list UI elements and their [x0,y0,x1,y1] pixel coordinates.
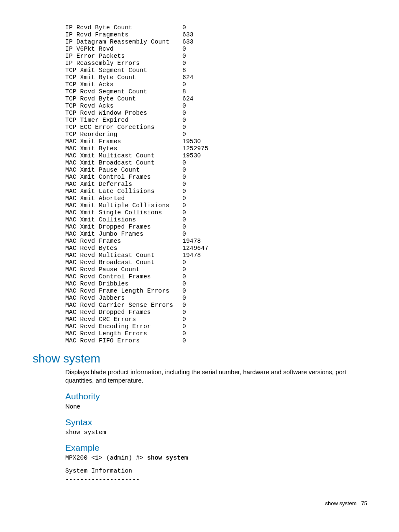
stat-row: MAC Rcvd FIFO Errors0 [65,337,370,344]
stat-value: 0 [182,231,186,238]
stat-label: MAC Xmit Single Collisions [65,209,182,216]
stat-label: MAC Xmit Bytes [65,145,182,152]
stat-row: TCP Xmit Acks0 [65,81,370,88]
stat-label: IP Datagram Reassembly Count [65,39,182,46]
stat-value: 0 [182,273,186,280]
command-description: Displays blade product information, incl… [65,368,370,385]
stat-label: MAC Rcvd Control Frames [65,273,182,280]
stat-value: 0 [182,24,186,31]
stat-row: MAC Xmit Collisions0 [65,216,370,224]
stat-label: IP Rcvd Byte Count [65,24,182,31]
example-output-divider: -------------------- [65,476,370,483]
stat-value: 624 [182,95,194,103]
stat-value: 633 [182,31,194,39]
stat-value: 0 [182,259,186,266]
stat-value: 0 [182,117,186,124]
stat-row: IP Reassembly Errors0 [65,60,370,67]
stat-row: MAC Rcvd Frames19478 [65,238,370,245]
stat-row: TCP Rcvd Window Probes0 [65,110,370,117]
stat-row: IP Datagram Reassembly Count633 [65,39,370,46]
stat-value: 0 [182,159,186,167]
stat-row: IP V6Pkt Rcvd0 [65,46,370,53]
stat-value: 0 [182,323,186,330]
stat-value: 0 [182,131,186,138]
stat-value: 1249647 [182,245,208,252]
stat-label: MAC Xmit Control Frames [65,174,182,181]
stat-label: MAC Xmit Multiple Collisions [65,202,182,209]
stat-value: 0 [182,309,186,316]
stat-row: MAC Xmit Deferrals0 [65,181,370,188]
stat-label: TCP ECC Error Corections [65,124,182,131]
stat-row: MAC Xmit Late Collisions0 [65,188,370,195]
stat-row: MAC Xmit Frames19530 [65,138,370,145]
stat-value: 0 [182,337,186,344]
stat-label: MAC Rcvd Encoding Error [65,323,182,330]
stat-row: MAC Rcvd Dribbles0 [65,280,370,288]
stat-label: MAC Xmit Collisions [65,216,182,224]
stat-label: TCP Rcvd Window Probes [65,110,182,117]
stat-label: IP Reassembly Errors [65,60,182,67]
stat-value: 0 [182,103,186,110]
example-prompt: MPX200 <1> (admin) #> [65,455,147,461]
stat-row: MAC Xmit Bytes1252975 [65,145,370,152]
stat-value: 0 [182,202,186,209]
stat-row: MAC Xmit Jumbo Frames0 [65,231,370,238]
stat-row: TCP Rcvd Segment Count8 [65,88,370,95]
stat-label: MAC Xmit Dropped Frames [65,224,182,231]
stat-row: TCP Rcvd Acks0 [65,103,370,110]
stat-value: 624 [182,74,194,81]
syntax-value: show system [65,429,370,436]
stat-row: MAC Rcvd Encoding Error0 [65,323,370,330]
stat-label: TCP Xmit Byte Count [65,74,182,81]
stat-label: MAC Rcvd Dropped Frames [65,309,182,316]
stat-row: MAC Xmit Single Collisions0 [65,209,370,216]
stat-value: 0 [182,302,186,309]
stat-label: TCP Xmit Segment Count [65,67,182,74]
stat-label: IP Rcvd Fragments [65,31,182,39]
stat-row: MAC Xmit Multiple Collisions0 [65,202,370,209]
stat-label: MAC Rcvd Frame Length Errors [65,288,182,295]
stat-label: MAC Rcvd Pause Count [65,266,182,273]
stat-row: MAC Xmit Dropped Frames0 [65,224,370,231]
stat-label: MAC Rcvd Dribbles [65,280,182,288]
stat-row: MAC Xmit Aborted0 [65,195,370,202]
stat-label: MAC Rcvd Jabbers [65,295,182,302]
stat-label: TCP Rcvd Byte Count [65,95,182,103]
stat-value: 0 [182,330,186,337]
stat-value: 0 [182,280,186,288]
stat-value: 19478 [182,238,201,245]
stat-value: 0 [182,181,186,188]
stat-value: 0 [182,195,186,202]
stat-row: MAC Xmit Control Frames0 [65,174,370,181]
stat-row: TCP Timer Expired0 [65,117,370,124]
stat-row: IP Rcvd Byte Count0 [65,24,370,31]
stat-value: 0 [182,81,186,88]
stat-value: 0 [182,60,186,67]
stat-row: MAC Rcvd Carrier Sense Errors0 [65,302,370,309]
stat-label: MAC Xmit Pause Count [65,167,182,174]
stat-row: IP Rcvd Fragments633 [65,31,370,39]
stat-value: 19478 [182,252,201,259]
stat-value: 633 [182,39,194,46]
stat-value: 0 [182,46,186,53]
stat-row: TCP ECC Error Corections0 [65,124,370,131]
stat-value: 0 [182,295,186,302]
stat-row: MAC Rcvd Broadcast Count0 [65,259,370,266]
stat-row: MAC Rcvd Dropped Frames0 [65,309,370,316]
stat-row: MAC Xmit Multicast Count19530 [65,152,370,159]
stat-label: MAC Rcvd Length Errors [65,330,182,337]
stat-value: 19530 [182,138,201,145]
stat-label: TCP Xmit Acks [65,81,182,88]
stat-label: MAC Xmit Multicast Count [65,152,182,159]
stat-value: 0 [182,188,186,195]
stat-label: TCP Rcvd Segment Count [65,88,182,95]
stat-row: MAC Rcvd CRC Errors0 [65,316,370,323]
stat-row: MAC Xmit Broadcast Count0 [65,159,370,167]
stat-label: MAC Rcvd CRC Errors [65,316,182,323]
example-heading: Example [65,443,370,453]
stat-value: 0 [182,53,186,60]
authority-value: None [65,402,370,411]
stat-row: MAC Rcvd Length Errors0 [65,330,370,337]
stat-value: 0 [182,216,186,224]
stat-row: MAC Rcvd Bytes1249647 [65,245,370,252]
